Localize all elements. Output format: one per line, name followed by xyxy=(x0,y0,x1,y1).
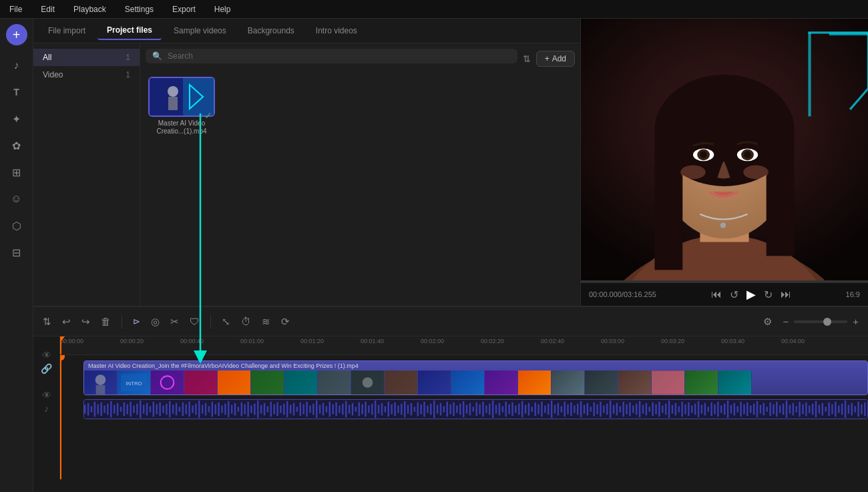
svg-rect-179 xyxy=(528,403,529,416)
svg-rect-89 xyxy=(234,403,236,416)
svg-rect-167 xyxy=(489,404,490,415)
category-all[interactable]: All 1 xyxy=(33,49,140,66)
sort-button[interactable]: ⇅ xyxy=(523,53,531,64)
audio-clip[interactable]: // Generate waveform pattern inline xyxy=(83,399,868,419)
play-button[interactable]: ▶ xyxy=(746,287,756,302)
track-link-icon-1[interactable]: 🔗 xyxy=(41,363,52,374)
svg-rect-270 xyxy=(825,407,826,411)
menu-settings[interactable]: Settings xyxy=(121,3,158,15)
redo-button[interactable]: ↪ xyxy=(79,313,93,330)
tab-sample-videos[interactable]: Sample videos xyxy=(164,22,236,39)
svg-rect-198 xyxy=(590,407,592,411)
track-eye-icon-1[interactable]: 👁 xyxy=(42,350,51,360)
svg-rect-94 xyxy=(250,405,252,413)
svg-rect-281 xyxy=(861,405,862,415)
add-button[interactable]: + Add xyxy=(536,51,575,67)
svg-rect-259 xyxy=(789,405,791,413)
svg-rect-145 xyxy=(417,403,419,417)
search-input[interactable] xyxy=(168,51,511,61)
svg-point-27 xyxy=(95,375,106,385)
menu-edit[interactable]: Edit xyxy=(37,3,59,15)
svg-rect-229 xyxy=(691,405,692,413)
effects-sidebar-item[interactable]: ✦ xyxy=(5,107,29,131)
svg-rect-86 xyxy=(224,404,226,415)
tab-backgrounds[interactable]: Backgrounds xyxy=(238,22,304,39)
add-media-button[interactable]: + xyxy=(6,24,27,45)
svg-point-20 xyxy=(700,152,706,158)
cut-tool[interactable]: ✂ xyxy=(168,313,182,330)
svg-rect-120 xyxy=(335,403,337,417)
zoom-in-button[interactable]: + xyxy=(850,313,861,330)
video-clip[interactable]: Master AI Video Creation_Join the #Filmo… xyxy=(83,360,868,395)
svg-rect-93 xyxy=(247,402,248,417)
svg-rect-205 xyxy=(613,405,614,413)
category-video[interactable]: Video 1 xyxy=(33,66,140,83)
grid-sidebar-item[interactable]: ⊟ xyxy=(5,240,29,264)
snap-tool[interactable]: ◎ xyxy=(148,313,162,330)
sticker-sidebar-item[interactable]: ✿ xyxy=(5,134,29,158)
face-sidebar-item[interactable]: ☺ xyxy=(5,187,29,211)
svg-rect-7 xyxy=(808,33,811,116)
svg-rect-134 xyxy=(381,403,383,416)
svg-rect-81 xyxy=(208,406,210,412)
settings-tool[interactable]: ⚙ xyxy=(761,313,775,330)
svg-text:INTRO: INTRO xyxy=(126,381,142,387)
svg-rect-177 xyxy=(521,401,523,417)
audio-tool[interactable]: ≋ xyxy=(259,313,273,330)
svg-rect-28 xyxy=(96,385,105,395)
menu-playback[interactable]: Playback xyxy=(69,3,110,15)
svg-rect-246 xyxy=(746,403,748,417)
tab-project-files[interactable]: Project files xyxy=(97,21,162,40)
svg-rect-191 xyxy=(567,405,568,415)
svg-rect-31 xyxy=(151,371,184,394)
svg-rect-56 xyxy=(127,405,128,415)
svg-rect-183 xyxy=(541,402,542,417)
svg-rect-59 xyxy=(136,404,138,415)
select-tool[interactable]: ⊳ xyxy=(130,314,143,329)
zoom-track[interactable] xyxy=(794,320,847,323)
category-all-label: All xyxy=(43,53,51,62)
svg-rect-153 xyxy=(443,406,445,412)
media-item-master-ai[interactable]: ✓ Master AI Video Creatio...(1).mp4 xyxy=(148,77,215,136)
playhead[interactable] xyxy=(60,336,61,354)
speed-tool[interactable]: ⏱ xyxy=(238,313,254,330)
track-audio-icon[interactable]: ♪ xyxy=(44,403,49,414)
svg-rect-142 xyxy=(407,405,409,413)
tab-file-import[interactable]: File import xyxy=(39,22,95,39)
svg-rect-132 xyxy=(375,401,376,418)
forward-button[interactable]: ↻ xyxy=(764,288,773,301)
menu-help[interactable]: Help xyxy=(210,3,235,15)
delete-button[interactable]: 🗑 xyxy=(98,313,114,330)
preview-progress-bar[interactable] xyxy=(581,280,868,282)
zoom-thumb[interactable] xyxy=(823,318,831,326)
clip-thumb-11 xyxy=(418,371,451,395)
zoom-out-button[interactable]: − xyxy=(780,313,791,330)
menu-export[interactable]: Export xyxy=(168,3,200,15)
tab-intro-videos[interactable]: Intro videos xyxy=(306,22,367,39)
skip-forward-button[interactable]: ⏭ xyxy=(781,288,791,300)
clip-thumb-8 xyxy=(318,371,351,395)
crop-tool[interactable]: ⤡ xyxy=(219,313,233,330)
svg-rect-58 xyxy=(133,405,134,413)
svg-rect-119 xyxy=(332,405,333,415)
transform-tool[interactable]: ⟳ xyxy=(278,313,292,330)
svg-rect-186 xyxy=(551,401,552,418)
undo-button[interactable]: ↩ xyxy=(59,313,73,330)
guard-tool[interactable]: 🛡 xyxy=(187,313,202,330)
svg-rect-216 xyxy=(649,407,650,411)
text-sidebar-item[interactable]: T xyxy=(5,80,29,104)
music-sidebar-item[interactable]: ♪ xyxy=(5,53,29,77)
track-eye-icon-2[interactable]: 👁 xyxy=(42,390,51,401)
menu-file[interactable]: File xyxy=(5,3,26,15)
plugin-sidebar-item[interactable]: ⊞ xyxy=(5,160,29,184)
skip-back-button[interactable]: ⏮ xyxy=(711,288,722,300)
timeline-sort-button[interactable]: ⇅ xyxy=(40,313,54,330)
rewind-button[interactable]: ↺ xyxy=(730,288,738,301)
preview-svg xyxy=(581,19,868,280)
svg-rect-220 xyxy=(662,405,663,413)
custom-sidebar-item[interactable]: ⬡ xyxy=(5,214,29,238)
svg-rect-112 xyxy=(309,405,310,413)
svg-rect-265 xyxy=(809,405,810,413)
svg-rect-83 xyxy=(215,405,216,415)
search-bar: 🔍 xyxy=(146,49,517,63)
